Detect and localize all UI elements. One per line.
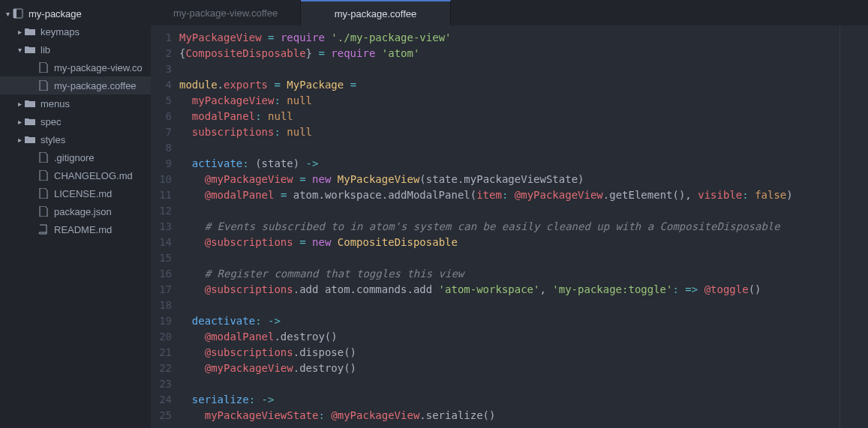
tree-folder[interactable]: ▸spec xyxy=(0,112,151,130)
line-number[interactable]: 23 xyxy=(151,376,172,392)
tree-file[interactable]: my-package.coffee xyxy=(0,76,151,94)
tree-item-label: LICENSE.md xyxy=(54,188,112,199)
line-number[interactable]: 13 xyxy=(151,219,172,235)
line-number-gutter[interactable]: 1234567891011121314151617181920212223242… xyxy=(151,25,179,428)
line-number[interactable]: 17 xyxy=(151,282,172,298)
code-line[interactable]: deactivate: -> xyxy=(179,313,868,329)
file-tree-sidebar[interactable]: ▾ my-package ▸keymaps▾libmy-package-view… xyxy=(0,0,151,428)
tree-item-label: spec xyxy=(41,116,61,127)
code-line[interactable]: modalPanel: null xyxy=(179,109,868,124)
wrap-guide xyxy=(839,25,840,428)
line-number[interactable]: 24 xyxy=(151,392,172,408)
folder-icon xyxy=(24,44,36,55)
code-line[interactable] xyxy=(179,376,868,392)
repo-icon xyxy=(12,8,24,19)
tree-file[interactable]: package.json xyxy=(0,202,151,220)
chevron-right-icon: ▸ xyxy=(15,136,24,144)
line-number[interactable]: 12 xyxy=(151,203,172,219)
line-number[interactable]: 7 xyxy=(151,124,172,140)
editor-pane: my-package-view.coffee my-package.coffee… xyxy=(151,0,868,428)
book-icon xyxy=(38,224,50,235)
tree-item-label: my-package-view.co xyxy=(54,62,143,73)
line-number[interactable]: 19 xyxy=(151,313,172,329)
code-line[interactable]: # Register command that toggles this vie… xyxy=(179,266,868,282)
code-area[interactable]: MyPackageView = require './my-package-vi… xyxy=(179,25,868,428)
file-icon xyxy=(38,206,50,217)
code-line[interactable]: @subscriptions.dispose() xyxy=(179,345,868,361)
tree-folder[interactable]: ▸keymaps xyxy=(0,22,151,40)
tab-label: my-package.coffee xyxy=(335,8,417,19)
tree-item-label: keymaps xyxy=(41,26,80,37)
tree-root[interactable]: ▾ my-package xyxy=(0,4,151,22)
line-number[interactable]: 9 xyxy=(151,156,172,172)
line-number[interactable]: 3 xyxy=(151,61,172,77)
svg-rect-1 xyxy=(14,9,17,18)
tree-folder[interactable]: ▾lib xyxy=(0,40,151,58)
line-number[interactable]: 11 xyxy=(151,187,172,203)
chevron-right-icon: ▸ xyxy=(15,118,24,126)
code-line[interactable]: @subscriptions.add atom.commands.add 'at… xyxy=(179,282,868,298)
tree-folder[interactable]: ▸styles xyxy=(0,130,151,148)
code-line[interactable]: # Events subscribed to in atom's system … xyxy=(179,219,868,235)
tree-file[interactable]: README.md xyxy=(0,220,151,238)
folder-icon xyxy=(24,116,36,127)
code-line[interactable]: @myPackageView.destroy() xyxy=(179,361,868,376)
line-number[interactable]: 20 xyxy=(151,329,172,345)
tab-inactive[interactable]: my-package-view.coffee xyxy=(151,0,301,25)
tree-item-label: styles xyxy=(41,134,65,145)
code-line[interactable]: {CompositeDisposable} = require 'atom' xyxy=(179,46,868,61)
chevron-down-icon: ▾ xyxy=(3,10,12,18)
code-line[interactable]: @subscriptions = new CompositeDisposable xyxy=(179,235,868,250)
tree-item-label: CHANGELOG.md xyxy=(54,170,133,181)
line-number[interactable]: 15 xyxy=(151,250,172,266)
line-number[interactable]: 21 xyxy=(151,345,172,361)
line-number[interactable]: 18 xyxy=(151,298,172,313)
file-icon xyxy=(38,80,50,91)
chevron-right-icon: ▸ xyxy=(15,100,24,108)
tree-folder[interactable]: ▸menus xyxy=(0,94,151,112)
line-number[interactable]: 2 xyxy=(151,46,172,61)
code-line[interactable]: myPackageViewState: @myPackageView.seria… xyxy=(179,408,868,424)
tree-item-label: package.json xyxy=(54,206,112,217)
line-number[interactable]: 6 xyxy=(151,109,172,124)
line-number[interactable]: 8 xyxy=(151,140,172,156)
code-line[interactable] xyxy=(179,140,868,156)
folder-icon xyxy=(24,98,36,109)
code-line[interactable]: @modalPanel = atom.workspace.addModalPan… xyxy=(179,187,868,203)
line-number[interactable]: 4 xyxy=(151,77,172,93)
line-number[interactable]: 14 xyxy=(151,235,172,250)
line-number[interactable]: 10 xyxy=(151,172,172,187)
editor-body[interactable]: 1234567891011121314151617181920212223242… xyxy=(151,25,868,428)
file-icon xyxy=(38,152,50,163)
file-icon xyxy=(38,188,50,199)
tree-file[interactable]: CHANGELOG.md xyxy=(0,166,151,184)
line-number[interactable]: 22 xyxy=(151,361,172,376)
line-number[interactable]: 25 xyxy=(151,408,172,424)
code-line[interactable]: @modalPanel.destroy() xyxy=(179,329,868,345)
tab-bar[interactable]: my-package-view.coffee my-package.coffee xyxy=(151,0,868,25)
tree-item-label: menus xyxy=(41,98,70,109)
code-line[interactable]: MyPackageView = require './my-package-vi… xyxy=(179,30,868,46)
tab-spacer xyxy=(451,0,868,25)
code-line[interactable]: module.exports = MyPackage = xyxy=(179,77,868,93)
line-number[interactable]: 16 xyxy=(151,266,172,282)
code-line[interactable]: myPackageView: null xyxy=(179,93,868,109)
code-line[interactable] xyxy=(179,298,868,313)
code-line[interactable] xyxy=(179,250,868,266)
code-line[interactable]: subscriptions: null xyxy=(179,124,868,140)
code-line[interactable]: activate: (state) -> xyxy=(179,156,868,172)
tree-item-label: my-package.coffee xyxy=(54,80,137,91)
code-line[interactable] xyxy=(179,61,868,77)
code-line[interactable]: serialize: -> xyxy=(179,392,868,408)
line-number[interactable]: 1 xyxy=(151,30,172,46)
tree-root-label: my-package xyxy=(29,8,82,19)
file-icon xyxy=(38,62,50,73)
tab-active[interactable]: my-package.coffee xyxy=(301,0,451,25)
tree-file[interactable]: LICENSE.md xyxy=(0,184,151,202)
code-line[interactable] xyxy=(179,203,868,219)
code-line[interactable]: @myPackageView = new MyPackageView(state… xyxy=(179,172,868,187)
tree-file[interactable]: my-package-view.co xyxy=(0,58,151,76)
line-number[interactable]: 5 xyxy=(151,93,172,109)
tree-file[interactable]: .gitignore xyxy=(0,148,151,166)
file-icon xyxy=(38,170,50,181)
